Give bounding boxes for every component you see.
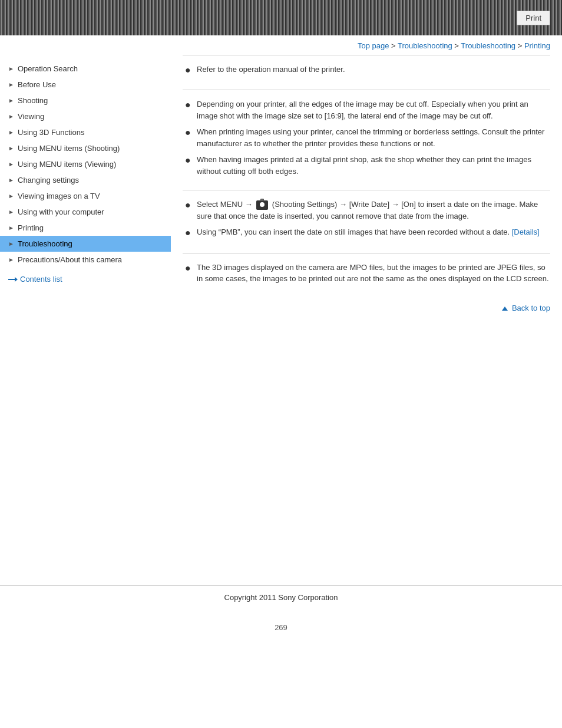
sidebar-item-label: Using MENU items (Shooting) — [18, 144, 120, 153]
bullet-text: Depending on your printer, all the edges… — [197, 98, 550, 121]
sidebar-item-label: Troubleshooting — [18, 239, 72, 248]
sidebar-item-precautions[interactable]: ► Precautions/About this camera — [0, 252, 171, 268]
footer: Copyright 2011 Sony Corporation — [0, 585, 562, 614]
arrow-icon: ► — [8, 256, 14, 263]
copyright-text: Copyright 2011 Sony Corporation — [224, 593, 338, 602]
arrow-icon: ► — [8, 193, 14, 199]
page-number: 269 — [0, 614, 562, 641]
arrow-icon: ► — [8, 129, 14, 136]
sidebar-item-shooting[interactable]: ► Shooting — [0, 93, 171, 108]
sidebar-item-using-with-computer[interactable]: ► Using with your computer — [0, 204, 171, 220]
arrow-icon: ► — [8, 209, 14, 215]
sidebar-item-troubleshooting[interactable]: ► Troubleshooting — [0, 236, 171, 252]
sidebar-item-viewing-images-tv[interactable]: ► Viewing images on a TV — [0, 188, 171, 204]
sidebar-item-viewing[interactable]: ► Viewing — [0, 108, 171, 124]
sidebar-item-changing-settings[interactable]: ► Changing settings — [0, 172, 171, 188]
bullet-item: ● Select MENU → (Shooting Settings) → [W… — [183, 199, 550, 222]
arrow-icon: ► — [8, 97, 14, 104]
arrow-icon: ► — [8, 145, 14, 151]
bullet-dot: ● — [185, 64, 193, 77]
sidebar-item-before-use[interactable]: ► Before Use — [0, 77, 171, 93]
bullet-dot: ● — [185, 154, 193, 167]
sidebar-item-label: Using 3D Functions — [18, 128, 84, 137]
details-link[interactable]: [Details] — [512, 228, 540, 236]
sidebar-item-label: Changing settings — [18, 176, 79, 185]
section-3d-images: ● The 3D images displayed on the camera … — [183, 253, 550, 298]
sidebar-item-label: Operation Search — [18, 64, 78, 73]
sidebar-item-printing[interactable]: ► Printing — [0, 220, 171, 236]
sidebar-item-operation-search[interactable]: ► Operation Search — [0, 61, 171, 77]
arrow-icon: ► — [8, 161, 14, 167]
bullet-dot: ● — [185, 126, 193, 139]
sidebar-item-label: Printing — [18, 223, 44, 232]
arrow-icon: ► — [8, 113, 14, 120]
header-bar: Print — [0, 0, 562, 35]
arrow-icon: ► — [8, 225, 14, 231]
arrow-icon: ► — [8, 65, 14, 72]
back-to-top: Back to top — [183, 298, 550, 315]
bullet-text-pmb: Using “PMB”, you can insert the date on … — [197, 226, 540, 238]
section-date-stamp: ● Select MENU → (Shooting Settings) → [W… — [183, 190, 550, 252]
bullet-dot: ● — [185, 98, 193, 111]
sidebar-item-label: Precautions/About this camera — [18, 255, 122, 264]
section-edges-cut: ● Depending on your printer, all the edg… — [183, 90, 550, 190]
triangle-up-icon — [502, 307, 508, 311]
bullet-dot: ● — [185, 226, 193, 239]
sidebar-item-using-menu-viewing[interactable]: ► Using MENU items (Viewing) — [0, 156, 171, 172]
sidebar-item-label: Using MENU items (Viewing) — [18, 160, 116, 169]
breadcrumb-printing[interactable]: Printing — [524, 41, 550, 50]
arrow-right-icon — [8, 276, 18, 282]
sidebar-item-label: Viewing — [18, 112, 44, 121]
sidebar-item-label: Viewing images on a TV — [18, 192, 100, 200]
arrow-icon: ► — [8, 81, 14, 88]
contents-list-anchor[interactable]: Contents list — [20, 275, 62, 284]
bullet-text: When having images printed at a digital … — [197, 154, 550, 177]
bullet-text: Refer to the operation manual of the pri… — [197, 64, 345, 75]
arrow-icon: ► — [8, 177, 14, 183]
sidebar-item-label: Before Use — [18, 80, 56, 89]
bullet-item: ● The 3D images displayed on the camera … — [183, 262, 550, 285]
bullet-item: ● When printing images using your printe… — [183, 126, 550, 149]
breadcrumb-troubleshooting2[interactable]: Troubleshooting — [461, 41, 515, 50]
contents-list-link[interactable]: Contents list — [0, 270, 171, 288]
camera-icon — [256, 200, 268, 210]
bullet-text-3d: The 3D images displayed on the camera ar… — [197, 262, 550, 285]
back-to-top-label: Back to top — [512, 304, 550, 312]
bullet-item: ● Depending on your printer, all the edg… — [183, 98, 550, 121]
bullet-item: ● When having images printed at a digita… — [183, 154, 550, 177]
arrow-icon: ► — [8, 241, 14, 247]
sidebar-item-using-menu-shooting[interactable]: ► Using MENU items (Shooting) — [0, 140, 171, 156]
bullet-dot: ● — [185, 199, 193, 212]
sidebar-item-label: Shooting — [18, 96, 48, 105]
content-area: ● Refer to the operation manual of the p… — [171, 55, 562, 585]
section-cannot-print: ● Refer to the operation manual of the p… — [183, 55, 550, 90]
main-layout: ► Operation Search ► Before Use ► Shooti… — [0, 55, 562, 585]
breadcrumb-troubleshooting1[interactable]: Troubleshooting — [398, 41, 452, 50]
bullet-item: ● Refer to the operation manual of the p… — [183, 64, 550, 77]
print-button[interactable]: Print — [517, 11, 550, 25]
sidebar-item-using-3d[interactable]: ► Using 3D Functions — [0, 124, 171, 140]
bullet-dot: ● — [185, 262, 193, 275]
breadcrumb: Top page > Troubleshooting > Troubleshoo… — [0, 35, 562, 55]
back-to-top-link[interactable]: Back to top — [502, 304, 550, 312]
sidebar-item-label: Using with your computer — [18, 207, 104, 216]
bullet-text-date: Select MENU → (Shooting Settings) → [Wri… — [197, 199, 550, 222]
bullet-text: When printing images using your printer,… — [197, 126, 550, 149]
sidebar: ► Operation Search ► Before Use ► Shooti… — [0, 55, 171, 585]
bullet-item: ● Using “PMB”, you can insert the date o… — [183, 226, 550, 239]
breadcrumb-top-page[interactable]: Top page — [358, 41, 389, 50]
